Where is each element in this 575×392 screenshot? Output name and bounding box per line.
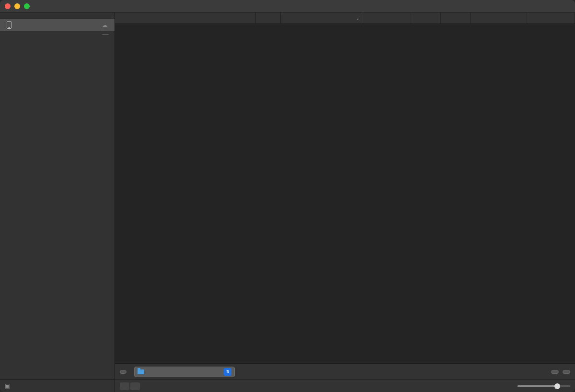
sidebar: ☁ ▣	[0, 12, 115, 392]
traffic-lights	[5, 3, 30, 9]
view-toggle	[120, 382, 140, 390]
col-name[interactable]	[115, 12, 256, 23]
col-kind[interactable]	[256, 12, 281, 23]
sidebar-devices-header	[0, 12, 115, 19]
list-view-button[interactable]	[120, 382, 129, 390]
destination-popup[interactable]: ⇅	[134, 367, 235, 377]
maximize-button[interactable]	[24, 3, 30, 9]
titlebar[interactable]	[0, 0, 575, 12]
col-aperture[interactable]	[527, 12, 575, 23]
chevron-down-icon: ⌄	[356, 16, 360, 21]
main-pane: ⌄ ⇅	[115, 12, 575, 392]
col-location[interactable]	[471, 12, 527, 23]
window-body: ☁ ▣ ⌄	[0, 12, 575, 392]
sidebar-footer: ▣	[0, 379, 115, 392]
col-date[interactable]: ⌄	[281, 12, 363, 23]
close-button[interactable]	[5, 3, 11, 9]
thumbnail-size-slider[interactable]	[518, 385, 570, 387]
folder-icon	[138, 369, 144, 374]
col-height[interactable]	[441, 12, 471, 23]
import-all-button[interactable]	[563, 370, 570, 374]
shared-count-badge	[102, 34, 109, 35]
minimize-button[interactable]	[14, 3, 20, 9]
col-width[interactable]	[411, 12, 441, 23]
app-window: ☁ ▣ ⌄	[0, 0, 575, 392]
grid-view-button[interactable]	[130, 382, 140, 390]
rotate-button[interactable]	[120, 370, 126, 374]
cloud-icon: ☁	[102, 22, 108, 29]
column-headers: ⌄	[115, 12, 575, 24]
popup-arrows-icon: ⇅	[224, 368, 231, 376]
phone-icon	[7, 21, 12, 29]
show-desktop-icon[interactable]: ▣	[5, 382, 10, 389]
status-bar	[115, 380, 575, 392]
import-toolbar: ⇅	[115, 363, 575, 380]
slider-knob[interactable]	[554, 383, 560, 389]
import-button[interactable]	[551, 370, 559, 374]
sidebar-device-item[interactable]: ☁	[0, 19, 115, 31]
image-list[interactable]	[115, 24, 575, 363]
col-size[interactable]	[363, 12, 411, 23]
sidebar-shared-header	[0, 31, 115, 38]
